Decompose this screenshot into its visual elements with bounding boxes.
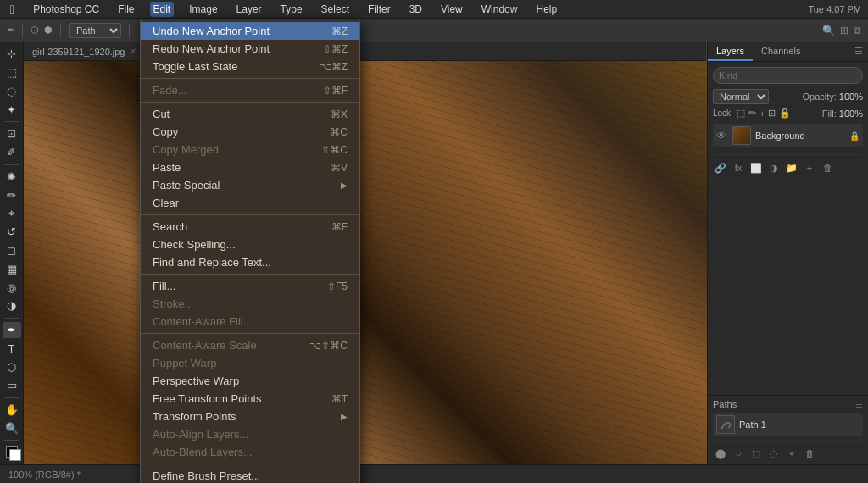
foreground-color[interactable] (3, 444, 21, 461)
new-group-btn[interactable]: 📁 (784, 160, 799, 175)
svg-point-19 (586, 370, 663, 447)
menu-paste[interactable]: Paste ⌘V (141, 158, 359, 176)
canvas-image[interactable]: M (24, 61, 707, 464)
search-icon[interactable]: 🔍 (822, 25, 835, 36)
add-mask-btn[interactable]: ⬜ (748, 160, 764, 175)
menu-find-replace[interactable]: Find and Replace Text... (141, 253, 359, 271)
apple-menu[interactable]:  (7, 1, 18, 18)
tool-brush[interactable]: ✏ (3, 186, 21, 203)
menu-window[interactable]: Window (478, 2, 521, 17)
path-item[interactable]: Path 1 (713, 413, 863, 436)
tool-crop[interactable]: ⊡ (3, 125, 21, 142)
panel-menu-icon[interactable]: ☰ (849, 42, 868, 61)
menu-item-shortcut: ⇧⌘C (321, 144, 348, 156)
menu-toggle-last-state[interactable]: Toggle Last State ⌥⌘Z (141, 58, 359, 75)
lock-all-icon[interactable]: 🔒 (779, 108, 791, 119)
menu-item-label: Paste Special (153, 179, 220, 192)
svg-rect-9 (442, 90, 487, 278)
menu-transform-points[interactable]: Transform Points ▶ (141, 408, 359, 425)
menu-auto-blend: Auto-Blend Layers... (141, 443, 359, 461)
paths-panel-menu-icon[interactable]: ☰ (855, 400, 863, 409)
menu-item-label: Redo New Anchor Point (153, 42, 270, 55)
layer-visibility-icon[interactable]: 👁 (716, 130, 726, 142)
layers-bottom-bar: 🔗 fx ⬜ ◑ 📁 + 🗑 (713, 154, 863, 175)
menu-edit[interactable]: Edit (150, 2, 175, 17)
tool-dodge[interactable]: ◑ (3, 297, 21, 314)
menu-check-spelling[interactable]: Check Spelling... (141, 236, 359, 253)
tool-lasso[interactable]: ◌ (3, 83, 21, 100)
path-select-icon: ⬡ (31, 25, 39, 36)
tool-zoom[interactable]: 🔍 (3, 419, 21, 436)
tool-magic-wand[interactable]: ✦ (3, 101, 21, 118)
canvas-area: girl-2359121_1920.jpg ✕ (24, 42, 707, 464)
tool-eraser[interactable]: ◻ (3, 242, 21, 259)
tool-blur[interactable]: ◎ (3, 279, 21, 296)
menu-cut[interactable]: Cut ⌘X (141, 105, 359, 123)
tool-history-brush[interactable]: ↺ (3, 224, 21, 241)
svg-text:M: M (517, 390, 538, 418)
menu-sep-2 (141, 102, 359, 103)
workspace-icon[interactable]: ⊞ (840, 25, 849, 36)
menu-clear[interactable]: Clear (141, 194, 359, 212)
svg-rect-6 (403, 97, 447, 284)
tool-path-select[interactable]: ⬡ (3, 358, 21, 375)
fill-path-btn[interactable]: ⬤ (713, 446, 728, 461)
menu-paste-special[interactable]: Paste Special ▶ (141, 176, 359, 194)
tab-channels[interactable]: Channels (753, 42, 809, 61)
tab-layers[interactable]: Layers (708, 42, 753, 61)
tool-spot-heal[interactable]: ✺ (3, 169, 21, 186)
menu-item-shortcut: ⌘T (331, 393, 348, 405)
menu-help[interactable]: Help (532, 2, 560, 17)
menu-redo-new-anchor[interactable]: Redo New Anchor Point ⇧⌘Z (141, 40, 359, 58)
menu-image[interactable]: Image (186, 2, 220, 17)
delete-path-btn[interactable]: 🗑 (802, 446, 817, 461)
layers-search-input[interactable] (713, 67, 863, 84)
lock-transparent-icon[interactable]: ⬚ (737, 108, 745, 119)
lock-image-icon[interactable]: ✏ (748, 108, 756, 119)
tool-eyedropper[interactable]: ✐ (3, 144, 21, 161)
link-layers-btn[interactable]: 🔗 (713, 160, 728, 175)
path-to-selection-btn[interactable]: ⬚ (748, 446, 764, 461)
menu-file[interactable]: File (114, 2, 137, 17)
menu-item-label: Clear (153, 197, 179, 209)
menu-photoshop[interactable]: Photoshop CC (30, 2, 103, 17)
add-fx-btn[interactable]: fx (731, 160, 746, 175)
tool-shape[interactable]: ▭ (3, 377, 21, 394)
lock-artboard-icon[interactable]: ⊡ (768, 108, 776, 119)
lock-position-icon[interactable]: + (760, 108, 765, 119)
new-layer-btn[interactable]: + (802, 160, 817, 175)
menu-3d[interactable]: 3D (406, 2, 426, 17)
menu-perspective-warp[interactable]: Perspective Warp (141, 372, 359, 390)
menu-fill[interactable]: Fill... ⇧F5 (141, 277, 359, 295)
delete-layer-btn[interactable]: 🗑 (820, 160, 835, 175)
menu-type[interactable]: Type (277, 2, 306, 17)
canvas-tab[interactable]: girl-2359121_1920.jpg ✕ (24, 42, 707, 61)
tab-close-button[interactable]: ✕ (130, 47, 136, 56)
path-type-select[interactable]: Path Shape Pixels (69, 23, 121, 38)
menu-undo-new-anchor[interactable]: Undo New Anchor Point ⌘Z (141, 22, 359, 40)
tool-hand[interactable]: ✋ (3, 402, 21, 419)
menu-free-transform-points[interactable]: Free Transform Points ⌘T (141, 390, 359, 408)
layer-item-background[interactable]: 👁 Background 🔒 (713, 124, 863, 147)
menu-filter[interactable]: Filter (364, 2, 394, 17)
selection-to-path-btn[interactable]: ◌ (766, 446, 782, 461)
tool-text[interactable]: T (3, 340, 21, 357)
menu-select[interactable]: Select (318, 2, 353, 17)
new-path-btn[interactable]: + (784, 446, 799, 461)
menu-copy[interactable]: Copy ⌘C (141, 123, 359, 141)
tool-pen[interactable]: ✒ (3, 322, 21, 339)
tool-clone[interactable]: ⌖ (3, 205, 21, 222)
stroke-path-btn[interactable]: ○ (731, 446, 746, 461)
menu-view[interactable]: View (437, 2, 466, 17)
arrange-icon[interactable]: ⧉ (854, 25, 861, 36)
add-adjustment-btn[interactable]: ◑ (766, 160, 782, 175)
menu-define-brush[interactable]: Define Brush Preset... (141, 467, 359, 483)
tool-gradient[interactable]: ▦ (3, 260, 21, 277)
menu-search[interactable]: Search ⌘F (141, 218, 359, 236)
blend-mode-select[interactable]: Normal Multiply Screen (713, 89, 769, 104)
svg-rect-4 (377, 102, 420, 289)
tool-move[interactable]: ⊹ (3, 46, 21, 63)
tool-rect-select[interactable]: ⬚ (3, 64, 21, 81)
toolbar-separator-1 (22, 24, 23, 37)
menu-layer[interactable]: Layer (233, 2, 265, 17)
